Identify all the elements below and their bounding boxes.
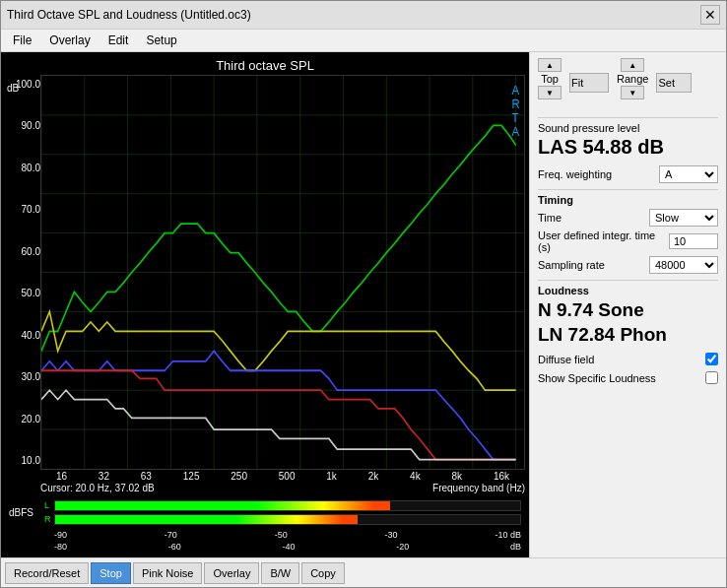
close-button[interactable]: ✕ — [700, 5, 720, 25]
menu-setup[interactable]: Setup — [138, 32, 184, 49]
x-axis-labels: 16 32 63 125 250 500 1k 2k 4k 8k 16k — [5, 470, 525, 483]
tick--90: -90 — [54, 530, 67, 540]
spl-section: Sound pressure level LAS 54.88 dB — [538, 117, 718, 160]
y-label-90: 90.0 — [5, 120, 40, 131]
x-label-250: 250 — [231, 471, 247, 482]
timing-section: Timing Time SlowFastImpulse User defined… — [538, 189, 718, 274]
range-spinner-group: ▲ Range ▼ — [617, 58, 648, 99]
y-label-70: 70.0 — [5, 204, 40, 215]
y-label-20: 20.0 — [5, 414, 40, 425]
cursor-info: Cursor: 20.0 Hz, 37.02 dB — [40, 483, 155, 493]
x-label-4k: 4k — [410, 471, 421, 482]
timing-label: Timing — [538, 194, 718, 206]
y-label-30: 30.0 — [5, 371, 40, 382]
sampling-select[interactable]: 480004410096000 — [649, 256, 718, 274]
tick2--60: -60 — [168, 542, 181, 552]
tick--70: -70 — [165, 530, 177, 540]
y-axis: 100.0 90.0 80.0 70.0 60.0 50.0 40.0 30.0… — [5, 75, 40, 470]
main-content: Third octave SPL dB 100.0 90.0 80.0 70.0… — [1, 52, 726, 557]
spl-section-label: Sound pressure level — [538, 122, 718, 134]
right-panel: ▲ Top ▼ Fit ▲ Range ▼ Set — [529, 52, 726, 557]
x-label-8k: 8k — [451, 471, 462, 482]
time-select[interactable]: SlowFastImpulse — [649, 209, 718, 227]
record-reset-button[interactable]: Record/Reset — [5, 562, 89, 584]
chart-container: dB 100.0 90.0 80.0 70.0 60.0 50.0 40.0 3… — [5, 75, 525, 470]
x-label-16: 16 — [56, 471, 67, 482]
l-label: L — [44, 500, 54, 510]
diffuse-field-checkbox[interactable] — [705, 353, 718, 365]
chart-area: Third octave SPL dB 100.0 90.0 80.0 70.0… — [1, 52, 529, 557]
freq-weighting-label: Freq. weighting — [538, 168, 612, 180]
top-down-button[interactable]: ▼ — [538, 86, 562, 99]
time-row: Time SlowFastImpulse — [538, 209, 718, 227]
n-value: N 9.74 Sone — [538, 298, 718, 323]
frequency-band-label: Frequency band (Hz) — [432, 483, 525, 493]
menu-file[interactable]: File — [5, 32, 39, 49]
svg-text:A: A — [511, 83, 519, 98]
loudness-section: Loudness N 9.74 Sone LN 72.84 Phon — [538, 280, 718, 347]
show-specific-row: Show Specific Loudness — [538, 371, 718, 384]
pink-noise-button[interactable]: Pink Noise — [133, 562, 203, 584]
dbfs-label: dBFS — [9, 507, 44, 518]
x-label-125: 125 — [183, 471, 200, 482]
title-bar: Third Octave SPL and Loudness (Untitled.… — [1, 1, 726, 30]
diffuse-field-label: Diffuse field — [538, 354, 594, 365]
tick2--20: -20 — [396, 542, 409, 552]
level-bar-area: dBFS L R — [5, 494, 525, 530]
time-label: Time — [538, 212, 562, 224]
window-title: Third Octave SPL and Loudness (Untitled.… — [7, 8, 251, 22]
chart-title: Third octave SPL — [5, 56, 525, 75]
y-label-80: 80.0 — [5, 163, 40, 173]
tick--50: -50 — [275, 530, 288, 540]
level-bars: L R — [44, 499, 521, 526]
sampling-label: Sampling rate — [538, 259, 605, 271]
user-integr-row: User defined integr. time (s) — [538, 229, 718, 253]
l-bar — [54, 500, 521, 511]
ln-value: LN 72.84 Phon — [538, 323, 718, 348]
diffuse-field-row: Diffuse field — [538, 353, 718, 365]
top-label: Top — [541, 73, 559, 85]
stop-button[interactable]: Stop — [91, 562, 131, 584]
show-specific-checkbox[interactable] — [705, 371, 718, 384]
tick-rows: -90 -70 -50 -30 -10 dB — [5, 530, 525, 542]
freq-weighting-row: Freq. weighting ABCZ — [538, 165, 718, 183]
freq-weighting-select[interactable]: ABCZ — [659, 165, 718, 183]
tick--10: -10 dB — [495, 530, 521, 540]
l-bar-row: L — [44, 499, 521, 512]
menu-edit[interactable]: Edit — [100, 32, 137, 49]
r-bar-row: R — [44, 513, 521, 526]
bw-button[interactable]: B/W — [261, 562, 299, 584]
x-label-500: 500 — [279, 471, 296, 482]
y-axis-label: dB — [7, 83, 19, 94]
svg-text:R: R — [511, 97, 519, 111]
overlay-button[interactable]: Overlay — [204, 562, 259, 584]
x-axis-info: Cursor: 20.0 Hz, 37.02 dB Frequency band… — [5, 483, 525, 494]
set-button[interactable]: Set — [656, 73, 692, 93]
tick-rows2: -80 -60 -40 -20 dB — [5, 542, 525, 554]
x-label-32: 32 — [99, 471, 109, 482]
copy-button[interactable]: Copy — [301, 562, 345, 584]
range-down-button[interactable]: ▼ — [621, 86, 644, 99]
svg-text:A: A — [511, 124, 519, 139]
chart-plot[interactable]: A R T A — [40, 75, 525, 470]
tick2--80: -80 — [54, 542, 67, 552]
user-integr-input[interactable] — [669, 233, 718, 249]
tick2-db: dB — [510, 542, 521, 552]
r-bar — [54, 514, 521, 525]
main-window: Third Octave SPL and Loudness (Untitled.… — [0, 0, 727, 588]
r-fill — [55, 515, 358, 524]
x-label-1k: 1k — [326, 471, 337, 482]
top-spinner-group: ▲ Top ▼ — [538, 58, 562, 99]
x-label-16k: 16k — [494, 471, 509, 482]
l-fill — [55, 501, 390, 510]
top-up-button[interactable]: ▲ — [538, 58, 562, 72]
spl-value: LAS 54.88 dB — [538, 134, 718, 160]
tick--30: -30 — [385, 530, 398, 540]
x-label-63: 63 — [141, 471, 152, 482]
chart-svg: A R T A — [41, 76, 524, 469]
r-label: R — [44, 514, 54, 524]
bottom-buttons: Record/Reset Stop Pink Noise Overlay B/W… — [1, 557, 726, 587]
fit-button[interactable]: Fit — [569, 73, 609, 93]
menu-overlay[interactable]: Overlay — [41, 32, 98, 49]
range-up-button[interactable]: ▲ — [621, 58, 644, 72]
